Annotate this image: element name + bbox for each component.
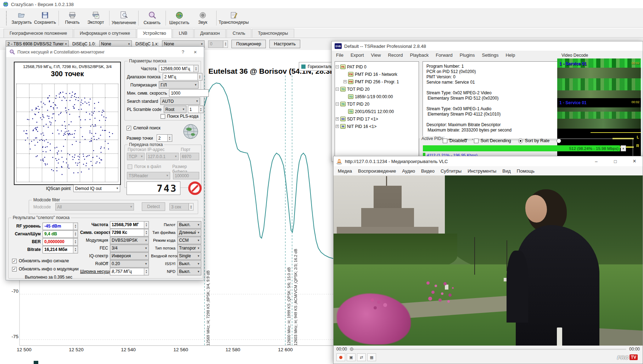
modcode-select[interactable]: All▼ [55, 203, 134, 211]
menu-item[interactable]: Помощь [517, 168, 535, 174]
dialog-titlebar[interactable]: Поиск несущей и Constellation-мониторинг… [6, 47, 204, 57]
zoom-button[interactable]: Увеличение [111, 10, 136, 27]
tree-item[interactable]: SD SDT PID 17 <1> [336, 115, 418, 123]
protocol-select[interactable]: TCP▼ [127, 153, 145, 160]
buffer-input[interactable]: 100000 [173, 172, 199, 179]
tree-expander-icon[interactable] [336, 88, 339, 91]
configure-button[interactable]: Настроить [269, 40, 300, 48]
code-mode-select[interactable]: CCM▼ [177, 237, 201, 244]
menu-item[interactable]: Playback [410, 52, 429, 58]
modulation-select[interactable]: DVBS2/8PSK▼ [110, 237, 149, 244]
snr-value[interactable]: 9,4 dB▲▼ [43, 230, 78, 238]
range-input[interactable]: 2 МГц▲▼ [163, 73, 202, 80]
menu-item[interactable]: Export [351, 52, 364, 58]
update-signal-checkbox[interactable] [12, 259, 17, 263]
stream-type-select[interactable]: Transport▼ [177, 245, 201, 252]
freq-input[interactable]: 12569,000 МГц▲▼ [159, 65, 199, 72]
rf-value[interactable]: -45 dBm▲▼ [43, 223, 78, 230]
fec-select[interactable]: 3/4▼ [110, 245, 149, 252]
pls-search-checkbox[interactable] [161, 114, 165, 119]
tab[interactable]: Устройство [137, 29, 172, 38]
tab[interactable]: Географическое положение [4, 29, 73, 38]
close-icon[interactable]: × [626, 156, 643, 166]
menu-item[interactable]: Видео [421, 168, 435, 174]
minimize-icon[interactable]: – [588, 156, 604, 166]
record-button[interactable] [336, 353, 345, 361]
sort-by-rate-radio[interactable] [518, 139, 523, 143]
spinner-icon[interactable]: ▲▼ [144, 268, 149, 275]
scan-button[interactable]: Сканить [140, 10, 164, 27]
bitrate-value[interactable]: 16,214 Мби▲▼ [43, 246, 78, 253]
iqscan-select[interactable]: Demod IQ out▼ [73, 185, 120, 192]
tab[interactable]: Диапазон [194, 29, 226, 38]
seek-slider[interactable] [350, 349, 626, 350]
spinner-icon[interactable]: ▲▼ [144, 229, 149, 236]
pls-mode-select[interactable]: Root▼ [164, 106, 186, 113]
tree-expander-icon[interactable] [336, 117, 339, 121]
tree-expander-icon[interactable] [336, 125, 339, 128]
menu-item[interactable]: Вид [502, 168, 511, 174]
menu-item[interactable]: Инструменты [468, 168, 496, 174]
tsreader-titlebar[interactable]: DVB Default -- TSReader Professional 2.8… [332, 41, 643, 51]
menu-item[interactable]: View [371, 52, 381, 58]
frame-button[interactable]: ▦ [367, 353, 376, 361]
tab[interactable]: Информация о спутнике [74, 29, 136, 38]
menu-item[interactable]: Record [388, 52, 403, 58]
spinner-icon[interactable]: ▲▼ [73, 239, 78, 245]
tree-expander-icon[interactable] [343, 80, 347, 83]
tree-item[interactable]: TD 2001/05/21 12:00:00 [336, 108, 418, 115]
snapshot-button[interactable]: ▣ [347, 353, 356, 361]
transponders-button[interactable]: Транспондеры [218, 10, 249, 27]
pls-value-stepper[interactable]: 1▲▼ [188, 106, 203, 113]
disabled-checkbox[interactable] [443, 139, 447, 143]
pilot-select[interactable]: Выкл.▼ [177, 221, 201, 229]
help-button[interactable]: ? [178, 49, 188, 55]
spinner-icon[interactable]: ▲▼ [223, 41, 228, 47]
spinner-icon[interactable]: ▲▼ [73, 246, 78, 253]
positioner-button[interactable]: Позиционер [231, 40, 265, 48]
sound-button[interactable]: Звук [191, 10, 214, 27]
issyi-select[interactable]: Выкл.▼ [177, 260, 201, 268]
stream-to-file-checkbox[interactable] [128, 164, 132, 169]
min-symrate-input[interactable]: 1000 [169, 89, 209, 97]
close-icon[interactable]: × [190, 49, 200, 55]
loop-button[interactable]: ⇄ [357, 353, 366, 361]
input-stream-select[interactable]: Single▼ [177, 252, 201, 260]
tree-item[interactable]: PM PMT PID 16 - Network [336, 71, 418, 78]
detect-button[interactable]: Detect [142, 202, 165, 211]
tree-expander-icon[interactable] [336, 65, 339, 68]
npd-select[interactable]: Выкл.▼ [177, 268, 201, 275]
export-button[interactable]: Экспорт [84, 10, 107, 27]
search-standard-select[interactable]: AUTO▼ [160, 97, 200, 105]
menu-item[interactable]: Help [505, 52, 515, 58]
tree-item[interactable]: PM PMT PID 256 - Progr. 1 [336, 78, 418, 85]
tab[interactable]: Транспондеры [252, 29, 294, 38]
position-stepper[interactable]: 0▲▼ [208, 40, 228, 48]
menu-item[interactable]: Аудио [402, 168, 415, 174]
frame-type-select[interactable]: Длинный▼ [177, 229, 201, 236]
menu-item[interactable]: Forward [436, 52, 453, 58]
maximize-icon[interactable]: □ [607, 156, 624, 166]
spinner-icon[interactable]: ▲▼ [197, 73, 202, 80]
seek-handle[interactable] [350, 347, 353, 351]
load-button[interactable]: Загрузить [10, 10, 33, 27]
vlc-titlebar[interactable]: http://127.0.0.1:1234 - Медиапроигрывате… [334, 156, 643, 166]
sort-by-pid-radio[interactable] [557, 139, 561, 143]
tree-item[interactable]: TO TOT PID 20 [336, 85, 418, 93]
result-freq-value[interactable]: 12568,759 МГ▲▼ [110, 221, 149, 229]
detect-interval-stepper[interactable]: 3 сек▲▼ [169, 203, 194, 211]
blind-search-checkbox[interactable] [127, 126, 131, 130]
spinner-icon[interactable]: ▲▼ [73, 223, 78, 230]
tab[interactable]: LNB [173, 29, 193, 38]
reader-select[interactable]: TSReader▼ [127, 172, 170, 179]
spinner-icon[interactable]: ▲▼ [144, 222, 149, 228]
spinner-icon[interactable]: ▲▼ [167, 135, 172, 141]
sort-descending-checkbox[interactable] [474, 139, 479, 143]
update-mod-checkbox[interactable] [12, 267, 17, 271]
save-button[interactable]: Сохранить [33, 10, 57, 27]
tab[interactable]: Стиль [227, 29, 251, 38]
ip-select[interactable]: 127.0.0.1▼ [146, 153, 179, 160]
menu-item[interactable]: Медиа [338, 168, 352, 174]
iq-spectrum-select[interactable]: Инверсия▼ [110, 252, 149, 260]
menu-item[interactable]: Субтитры [441, 168, 462, 174]
